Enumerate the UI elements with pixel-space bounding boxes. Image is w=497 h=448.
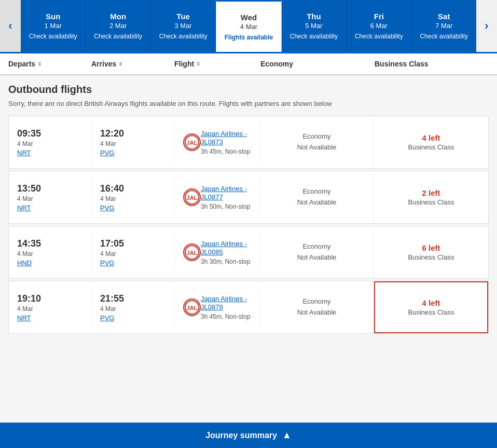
depart-airport[interactable]: NRT — [17, 204, 31, 212]
flight-info-3: JAL Japan Airlines - JL0085 3h 30m, Non-… — [175, 233, 260, 271]
arrive-airport[interactable]: PVG — [100, 149, 114, 157]
flight-economy-1[interactable]: EconomyNot Available — [260, 116, 374, 168]
flight-arrives-4: 21:55 4 Mar PVG — [92, 287, 175, 328]
arrive-time: 17:05 — [100, 238, 166, 249]
depart-date: 4 Mar — [17, 305, 83, 313]
flight-info-4: JAL Japan Airlines - JL0879 3h 45m, Non-… — [175, 288, 260, 327]
day-num: 3 Mar — [174, 22, 191, 30]
flight-business-2[interactable]: 2 left Business Class — [374, 171, 488, 223]
flight-departs-1: 09:35 4 Mar NRT — [9, 122, 92, 163]
flight-info-1: JAL Japan Airlines - JL0873 3h 45m, Non-… — [175, 123, 260, 161]
flight-departs-4: 19:10 4 Mar NRT — [9, 287, 92, 328]
arrive-date: 4 Mar — [100, 140, 166, 147]
business-class-label: Business Class — [408, 143, 454, 151]
depart-date: 4 Mar — [17, 140, 83, 147]
jal-logo: JAL — [183, 188, 201, 206]
day-name: Sun — [46, 12, 60, 21]
business-class-label: Business Class — [408, 253, 454, 261]
avail-text: Check availability — [420, 33, 468, 40]
flight-link[interactable]: Japan Airlines - JL0085 — [201, 240, 247, 256]
col-flight: Flight ⇕ — [174, 60, 260, 68]
jal-logo: JAL — [183, 133, 201, 151]
depart-time: 09:35 — [17, 128, 83, 139]
sort-arrives-icon[interactable]: ⇕ — [118, 61, 122, 67]
flight-link[interactable]: Japan Airlines - JL0873 — [201, 130, 247, 146]
arrive-time: 12:20 — [100, 128, 166, 139]
flight-row-2: 13:50 4 Mar NRT 16:40 4 Mar PVG JAL Japa… — [8, 171, 489, 224]
business-class-label: Business Class — [408, 198, 454, 206]
day-num: 4 Mar — [240, 23, 257, 31]
day-name: Mon — [110, 12, 126, 21]
depart-airport[interactable]: NRT — [17, 149, 31, 157]
outbound-title: Outbound flights — [8, 84, 489, 96]
day-name: Sat — [438, 12, 450, 21]
depart-airport[interactable]: NRT — [17, 314, 31, 322]
flight-economy-4[interactable]: EconomyNot Available — [260, 281, 374, 333]
depart-time: 14:35 — [17, 238, 83, 249]
arrive-time: 21:55 — [100, 293, 166, 304]
next-date-button[interactable]: › — [476, 0, 497, 52]
depart-time: 19:10 — [17, 293, 83, 304]
avail-text: Check availability — [290, 33, 338, 40]
avail-text: Check availability — [159, 33, 208, 40]
flight-departs-2: 13:50 4 Mar NRT — [9, 177, 92, 218]
col-business: Business Class — [375, 60, 489, 68]
day-name: Tue — [176, 12, 190, 21]
arrive-airport[interactable]: PVG — [100, 204, 114, 212]
date-cell-thu[interactable]: Thu 5 Mar Check availability — [282, 0, 347, 52]
svg-text:JAL: JAL — [187, 140, 198, 146]
flight-link[interactable]: Japan Airlines - JL0879 — [201, 295, 247, 311]
flight-business-3[interactable]: 6 left Business Class — [374, 226, 488, 278]
economy-status: EconomyNot Available — [297, 296, 337, 318]
flight-link[interactable]: Japan Airlines - JL0877 — [201, 185, 247, 201]
business-class-label: Business Class — [408, 308, 454, 316]
table-header: Departs ⇕ Arrives ⇕ Flight ⇕ Economy Bus… — [0, 53, 497, 75]
day-num: 6 Mar — [370, 22, 388, 30]
flight-duration: 3h 45m, Non-stop — [201, 148, 251, 155]
jal-logo: JAL — [183, 298, 201, 316]
seats-left: 4 left — [422, 298, 440, 307]
date-cell-mon[interactable]: Mon 2 Mar Check availability — [86, 0, 150, 52]
col-economy: Economy — [260, 60, 375, 68]
avail-text: Check availability — [94, 33, 142, 40]
date-cell-tue[interactable]: Tue 3 Mar Check availability — [151, 0, 216, 52]
flight-info-2: JAL Japan Airlines - JL0877 3h 50m, Non-… — [175, 178, 260, 216]
sort-flight-icon[interactable]: ⇕ — [196, 61, 200, 67]
date-cells: Sun 1 Mar Check availability Mon 2 Mar C… — [21, 0, 476, 52]
flight-duration: 3h 45m, Non-stop — [201, 313, 251, 320]
depart-date: 4 Mar — [17, 195, 83, 202]
outbound-note: Sorry, there are no direct British Airwa… — [8, 100, 489, 107]
flight-business-4[interactable]: 4 left Business Class — [374, 281, 488, 333]
svg-text:JAL: JAL — [187, 305, 198, 311]
flight-arrives-1: 12:20 4 Mar PVG — [92, 122, 175, 163]
flight-economy-3[interactable]: EconomyNot Available — [260, 226, 374, 278]
arrive-date: 4 Mar — [100, 250, 166, 257]
date-navigation: ‹ Sun 1 Mar Check availability Mon 2 Mar… — [0, 0, 497, 53]
svg-text:JAL: JAL — [187, 195, 198, 201]
depart-airport[interactable]: HND — [17, 259, 32, 267]
flight-economy-2[interactable]: EconomyNot Available — [260, 171, 374, 223]
col-arrives: Arrives ⇕ — [91, 60, 174, 68]
flight-duration: 3h 50m, Non-stop — [201, 203, 251, 210]
date-cell-sun[interactable]: Sun 1 Mar Check availability — [21, 0, 86, 52]
economy-status: EconomyNot Available — [297, 131, 337, 153]
arrive-date: 4 Mar — [100, 305, 166, 313]
avail-text: Check availability — [29, 33, 77, 40]
flight-business-1[interactable]: 4 left Business Class — [374, 116, 488, 168]
seats-left: 6 left — [422, 243, 440, 252]
flight-list: 09:35 4 Mar NRT 12:20 4 Mar PVG JAL Japa… — [8, 116, 489, 334]
arrive-airport[interactable]: PVG — [100, 314, 114, 322]
flight-row-1: 09:35 4 Mar NRT 12:20 4 Mar PVG JAL Japa… — [8, 116, 489, 169]
day-num: 1 Mar — [45, 22, 62, 30]
day-name: Wed — [241, 13, 257, 22]
day-num: 7 Mar — [435, 22, 452, 30]
sort-departs-icon[interactable]: ⇕ — [37, 61, 42, 67]
day-num: 5 Mar — [305, 22, 322, 30]
seats-left: 4 left — [422, 133, 440, 142]
date-cell-wed[interactable]: Wed 4 Mar Flights available — [216, 0, 281, 52]
prev-date-button[interactable]: ‹ — [0, 0, 21, 52]
date-cell-fri[interactable]: Fri 6 Mar Check availability — [347, 0, 411, 52]
col-departs: Departs ⇕ — [8, 60, 91, 68]
arrive-airport[interactable]: PVG — [100, 259, 114, 267]
date-cell-sat[interactable]: Sat 7 Mar Check availability — [412, 0, 476, 52]
